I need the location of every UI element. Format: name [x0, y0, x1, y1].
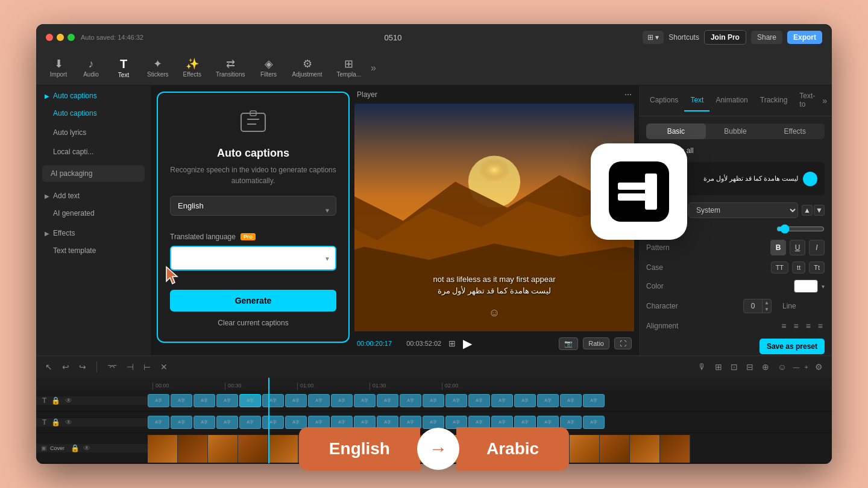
caption-chip[interactable]: A字 [193, 394, 215, 407]
delete-button[interactable]: ✕ [159, 360, 169, 374]
overlay-icon[interactable]: ⊕ [760, 360, 771, 374]
panel-item-text-template[interactable]: Text template [41, 242, 146, 260]
bold-button[interactable]: B [770, 240, 786, 255]
maximize-button[interactable] [68, 34, 75, 41]
caption-chip[interactable]: A字 [354, 416, 376, 429]
player-menu-icon[interactable]: ⋯ [624, 90, 632, 99]
track-eye-icon[interactable]: 👁 [65, 396, 72, 405]
monitor-button[interactable]: ⊞ ▾ [643, 31, 664, 44]
caption-chip[interactable]: A字 [171, 416, 192, 429]
redo-button[interactable]: ↪ [77, 360, 88, 374]
caption-chip[interactable]: A字 [491, 394, 513, 407]
panel-item-ai-generated[interactable]: AI generated [41, 204, 146, 222]
caption-chip[interactable]: A字 [171, 394, 192, 407]
section-add-text[interactable]: ▶ Add text [36, 186, 151, 204]
tool-filters[interactable]: ◈ Filters [254, 55, 284, 81]
close-button[interactable] [46, 34, 53, 41]
panel-item-local-captions[interactable]: Local capti... [41, 143, 146, 161]
tool-transitions[interactable]: ⇄ Transitions [210, 55, 251, 81]
tool-effects[interactable]: ✨ Effects [177, 55, 207, 81]
caption-chip[interactable]: A字 [514, 416, 536, 429]
trim-right-button[interactable]: ⊢ [142, 360, 153, 374]
caption-chip[interactable]: A字 [285, 416, 307, 429]
camera-button[interactable]: 📷 [559, 337, 578, 350]
settings-icon[interactable]: ⚙ [813, 360, 825, 374]
color-dropdown-icon[interactable]: ▾ [822, 283, 825, 290]
caption-chip[interactable]: A字 [354, 394, 376, 407]
character-input[interactable] [744, 300, 762, 312]
crop-icon[interactable]: ⊟ [744, 360, 755, 374]
char-down[interactable]: ▼ [763, 306, 771, 313]
tab-animation[interactable]: Animation [709, 90, 753, 111]
caption-chip[interactable]: A字 [262, 394, 284, 407]
color-swatch[interactable] [794, 280, 818, 293]
tab-captions[interactable]: Captions [644, 90, 684, 111]
caption-chip[interactable]: A字 [193, 416, 215, 429]
mic-icon[interactable]: 🎙 [696, 360, 708, 374]
tab-tracking[interactable]: Tracking [754, 90, 794, 111]
italic-button[interactable]: I [809, 240, 825, 255]
export-button[interactable]: Export [787, 31, 822, 44]
minimize-button[interactable] [57, 34, 64, 41]
caption-chip[interactable]: A字 [445, 394, 467, 407]
caption-chip[interactable]: A字 [560, 416, 582, 429]
tool-template[interactable]: ⊞ Templa... [331, 55, 368, 81]
generate-button[interactable]: Generate [170, 290, 336, 311]
join-pro-button[interactable]: Join Pro [704, 30, 746, 45]
caption-chip[interactable]: A字 [423, 416, 444, 429]
font-size-increase[interactable]: ▼ [814, 205, 825, 216]
font-size-decrease[interactable]: ▲ [802, 205, 813, 216]
caption-chip[interactable]: A字 [537, 394, 559, 407]
play-button[interactable]: ▶ [463, 336, 472, 351]
char-up[interactable]: ▲ [763, 299, 771, 306]
tool-import[interactable]: ⬇ Import [43, 55, 74, 81]
caption-chip[interactable]: A字 [331, 416, 353, 429]
caption-chip[interactable]: A字 [583, 416, 605, 429]
font-size-slider[interactable] [776, 224, 825, 234]
caption-chip[interactable]: A字 [377, 394, 398, 407]
caption-chip[interactable]: A字 [262, 416, 284, 429]
tab-text[interactable]: Text [684, 90, 709, 111]
caption-chip-selected[interactable]: A字 [239, 394, 261, 407]
caption-chip[interactable]: A字 [537, 416, 559, 429]
share-button[interactable]: Share [751, 31, 782, 44]
case-upper[interactable]: TT [771, 261, 788, 274]
language-select[interactable]: English [170, 196, 336, 216]
caption-chip[interactable]: A字 [377, 416, 398, 429]
caption-chip[interactable]: A字 [583, 394, 605, 407]
add-media-icon[interactable]: ⊞ [713, 360, 724, 374]
tool-stickers[interactable]: ✦ Stickers [141, 55, 175, 81]
section-auto-captions[interactable]: ▶ Auto captions [36, 86, 151, 104]
ratio-button[interactable]: Ratio [583, 337, 609, 349]
tool-text[interactable]: T Text [108, 54, 139, 82]
panel-item-auto-captions[interactable]: Auto captions [41, 104, 146, 122]
caption-chip[interactable]: A字 [331, 394, 353, 407]
section-effects[interactable]: ▶ Effects [36, 223, 151, 241]
case-lower[interactable]: tt [792, 261, 805, 274]
caption-chip[interactable]: A字 [560, 394, 582, 407]
align-justify-button[interactable]: ≡ [816, 319, 825, 333]
caption-chip[interactable]: A字 [308, 416, 330, 429]
align-center-button[interactable]: ≡ [791, 319, 800, 333]
cursor-tool[interactable]: ↖ [43, 360, 54, 374]
caption-chip[interactable]: A字 [216, 394, 238, 407]
caption-chip[interactable]: A字 [445, 416, 467, 429]
track-lock-icon-2[interactable]: 🔒 [51, 418, 60, 427]
caption-chip[interactable]: A字 [148, 394, 169, 407]
font-select[interactable]: System [688, 202, 798, 218]
caption-chip[interactable]: A字 [308, 394, 330, 407]
caption-chip[interactable]: A字 [400, 394, 421, 407]
split-button[interactable]: ⌤ [105, 360, 119, 374]
caption-chip[interactable]: A字 [514, 394, 536, 407]
panel-item-ai-packaging[interactable]: AI packaging [42, 165, 145, 182]
clear-captions-button[interactable]: Clear current captions [170, 316, 336, 330]
replace-icon[interactable]: ⊡ [729, 360, 740, 374]
align-right-button[interactable]: ≡ [804, 319, 813, 333]
caption-chip[interactable]: A字 [285, 394, 307, 407]
caption-chip[interactable]: A字 [491, 416, 513, 429]
save-preset-button[interactable]: Save as preset [760, 339, 825, 354]
case-title[interactable]: Tt [809, 261, 825, 274]
video-lock-icon[interactable]: 🔒 [71, 444, 80, 452]
style-tab-bubble[interactable]: Bubble [706, 124, 766, 139]
tab-text-to[interactable]: Text-to [793, 86, 822, 116]
